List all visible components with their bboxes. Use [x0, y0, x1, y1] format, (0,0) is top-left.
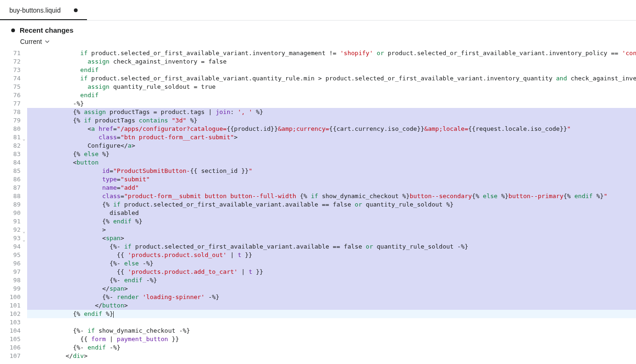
line-number: 84 [0, 158, 24, 167]
branch-selector[interactable]: Current [0, 36, 636, 49]
line-number: 77 [0, 100, 24, 108]
code-editor[interactable]: 7172737475767778798081⌄82838485868788899… [0, 49, 636, 360]
code-area[interactable]: if product.selected_or_first_available_v… [27, 49, 636, 360]
code-line[interactable]: {% else %} [27, 150, 636, 158]
code-line[interactable]: {{ 'products.product.sold_out' | t }} [27, 251, 636, 259]
code-line[interactable]: if product.selected_or_first_available_v… [27, 49, 636, 57]
line-number: 86 [0, 175, 24, 184]
header-dot-icon [11, 29, 15, 32]
code-line[interactable]: Configure</a> [27, 142, 636, 150]
code-line[interactable]: </button> [27, 301, 636, 310]
code-line[interactable]: type="submit" [27, 175, 636, 184]
line-number: 94 [0, 243, 24, 251]
code-line[interactable]: {%- else -%} [27, 259, 636, 268]
code-line[interactable] [27, 318, 636, 327]
line-number: 80 [0, 125, 24, 133]
code-line[interactable]: {{ form | payment_button }} [27, 335, 636, 343]
code-line[interactable]: {% assign productTags = product.tags | j… [27, 108, 636, 116]
code-line[interactable]: </div> [27, 352, 636, 360]
recent-changes-header: Recent changes [0, 21, 636, 36]
line-number: 75 [0, 83, 24, 91]
code-line[interactable]: </span> [27, 285, 636, 293]
code-line[interactable]: {%- endif -%} [27, 343, 636, 352]
line-number: 90 [0, 209, 24, 217]
line-number: 74 [0, 74, 24, 83]
line-number: 97 [0, 268, 24, 276]
line-number: 88 [0, 192, 24, 200]
code-line[interactable]: -%} [27, 100, 636, 108]
chevron-down-icon [45, 39, 50, 44]
line-number: 76 [0, 91, 24, 100]
line-number: 71 [0, 49, 24, 57]
code-line[interactable]: assign quantity_rule_soldout = true [27, 83, 636, 91]
code-line[interactable]: <button [27, 158, 636, 167]
line-number: 99 [0, 285, 24, 293]
code-line[interactable]: endif [27, 66, 636, 74]
code-line[interactable]: assign check_against_inventory = false [27, 57, 636, 66]
line-number: 93⌄ [0, 234, 24, 243]
code-line[interactable]: id="ProductSubmitButton-{{ section_id }}… [27, 167, 636, 175]
line-number: 89 [0, 200, 24, 209]
code-line[interactable]: disabled [27, 209, 636, 217]
code-line[interactable]: name="add" [27, 184, 636, 192]
line-number: 103 [0, 318, 24, 327]
code-line[interactable]: {% if product.selected_or_first_availabl… [27, 200, 636, 209]
code-line[interactable]: class="btn product-form__cart-submit"> [27, 133, 636, 142]
line-number: 96 [0, 259, 24, 268]
line-number: 72 [0, 57, 24, 66]
code-line[interactable]: {% if productTags contains "3d" %} [27, 116, 636, 125]
line-number: 78 [0, 108, 24, 116]
code-line[interactable]: > [27, 226, 636, 234]
line-number: 87 [0, 184, 24, 192]
line-number: 91 [0, 217, 24, 226]
line-number: 73 [0, 66, 24, 74]
tabs-bar: buy-buttons.liquid [0, 0, 636, 21]
code-line[interactable]: {% endif %} [27, 310, 636, 318]
line-number: 104 [0, 327, 24, 335]
line-number: 81⌄ [0, 133, 24, 142]
code-line[interactable]: class="product-form__submit button butto… [27, 192, 636, 200]
line-number: 102 [0, 310, 24, 318]
modified-dot-icon [74, 8, 78, 12]
line-number: 98 [0, 276, 24, 285]
line-number: 79 [0, 116, 24, 125]
line-number: 83 [0, 150, 24, 158]
line-number: 107 [0, 352, 24, 360]
line-number: 106 [0, 343, 24, 352]
code-line[interactable]: {{ 'products.product.add_to_cart' | t }} [27, 268, 636, 276]
tab-file[interactable]: buy-buttons.liquid [0, 0, 87, 20]
code-line[interactable]: <a href="/apps/configurator?catalogue={{… [27, 125, 636, 133]
line-number-gutter: 7172737475767778798081⌄82838485868788899… [0, 49, 27, 360]
line-number: 95 [0, 251, 24, 259]
code-line[interactable]: {%- if show_dynamic_checkout -%} [27, 327, 636, 335]
code-line[interactable]: {%- if product.selected_or_first_availab… [27, 243, 636, 251]
code-line[interactable]: <span> [27, 234, 636, 243]
tab-filename: buy-buttons.liquid [9, 7, 61, 14]
text-cursor [113, 311, 114, 318]
code-line[interactable]: endif [27, 91, 636, 100]
line-number: 100 [0, 293, 24, 301]
code-line[interactable]: if product.selected_or_first_available_v… [27, 74, 636, 83]
line-number: 82 [0, 142, 24, 150]
code-line[interactable]: {%- endif -%} [27, 276, 636, 285]
line-number: 101 [0, 301, 24, 310]
branch-label: Current [20, 38, 42, 45]
recent-changes-title: Recent changes [20, 26, 73, 34]
line-number: 92⌄ [0, 226, 24, 234]
code-line[interactable]: {%- render 'loading-spinner' -%} [27, 293, 636, 301]
code-line[interactable]: {% endif %} [27, 217, 636, 226]
line-number: 85 [0, 167, 24, 175]
line-number: 105 [0, 335, 24, 343]
